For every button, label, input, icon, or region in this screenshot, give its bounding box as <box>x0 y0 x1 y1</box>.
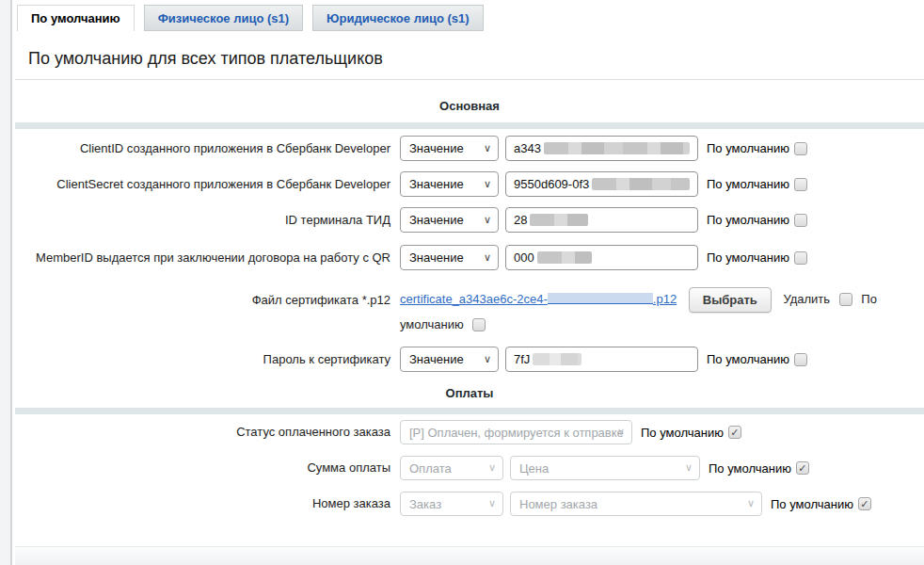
client-secret-type-select[interactable]: Значение ∨ <box>400 171 499 197</box>
client-id-input[interactable]: a343 <box>505 136 698 161</box>
default-label: По умолчанию <box>709 461 791 476</box>
certificate-file-link[interactable]: certificate_a343ae6c-2ce4-.p12 <box>400 292 677 306</box>
certificate-controls: certificate_a343ae6c-2ce4-.p12 Выбрать У… <box>400 287 898 336</box>
chevron-down-icon: ∨ <box>484 213 491 225</box>
row-client-secret: ClientSecret созданного приложения в Сбе… <box>15 171 924 197</box>
divider <box>15 79 924 80</box>
input-value: 28 <box>514 213 527 227</box>
chevron-down-icon: ∨ <box>685 461 693 474</box>
certificate-default-checkbox[interactable] <box>472 318 486 331</box>
tab-legal-entity[interactable]: Юридическое лицо (s1) <box>312 5 483 31</box>
member-id-type-select[interactable]: Значение ∨ <box>400 245 499 270</box>
tab-individual[interactable]: Физическое лицо (s1) <box>144 5 303 31</box>
chevron-down-icon: ∨ <box>484 141 491 153</box>
settings-page: По умолчанию Физическое лицо (s1) Юридич… <box>15 0 924 565</box>
client-secret-label: ClientSecret созданного приложения в Сбе… <box>15 176 390 193</box>
cert-password-label: Пароль к сертификату <box>15 351 390 368</box>
link-text: certificate_a343ae6c-2ce4- <box>400 292 548 306</box>
select-value: Значение <box>409 250 464 265</box>
row-payment-sum: Сумма оплаты Оплата ∨ Цена ∨ По умолчани… <box>15 456 924 480</box>
chevron-down-icon: ∨ <box>488 497 496 509</box>
left-rail <box>0 0 12 565</box>
page-title: По умолчанию для всех типов плательщиков <box>28 49 924 69</box>
certificate-label: Файл сертификата *.p12 <box>15 287 390 309</box>
select-value: Номер заказа <box>519 497 597 511</box>
row-paid-status: Статус оплаченного заказа [P] Оплачен, ф… <box>15 420 924 444</box>
order-number-select-2[interactable]: Номер заказа ∨ <box>510 492 762 516</box>
select-value: Заказ <box>409 497 441 511</box>
row-cert-password: Пароль к сертификату Значение ∨ 7fJ По у… <box>15 347 924 372</box>
terminal-id-input[interactable]: 28 <box>505 207 698 233</box>
input-value: 9550d609-0f3 <box>514 177 589 191</box>
input-value: a343 <box>514 141 541 155</box>
terminal-id-type-select[interactable]: Значение ∨ <box>400 207 499 233</box>
select-value: Цена <box>519 461 549 476</box>
section-band <box>15 408 924 414</box>
main-settings-form: ClientID созданного приложения в Сбербан… <box>15 136 924 372</box>
payments-form: Статус оплаченного заказа [P] Оплачен, ф… <box>15 420 924 516</box>
client-id-type-select[interactable]: Значение ∨ <box>400 136 499 161</box>
redacted-value <box>533 353 581 365</box>
payment-sum-default-checkbox[interactable]: ✓ <box>796 461 809 475</box>
section-title-main: Основная <box>15 99 924 113</box>
certificate-delete-checkbox[interactable] <box>839 293 852 306</box>
paid-status-label: Статус оплаченного заказа <box>15 424 390 441</box>
payment-sum-select-2[interactable]: Цена ∨ <box>510 456 700 480</box>
client-secret-default-checkbox[interactable] <box>794 178 807 191</box>
select-value: Оплата <box>409 461 452 476</box>
default-label-part2: умолчанию <box>400 317 464 331</box>
cert-password-input[interactable]: 7fJ <box>505 347 698 372</box>
row-certificate: Файл сертификата *.p12 certificate_a343a… <box>15 287 924 336</box>
tab-default[interactable]: По умолчанию <box>17 5 135 31</box>
default-label: По умолчанию <box>707 352 789 366</box>
select-value: Значение <box>409 177 464 191</box>
client-secret-input[interactable]: 9550d609-0f3 <box>505 171 698 197</box>
client-id-label: ClientID созданного приложения в Сбербан… <box>15 140 390 157</box>
member-id-label: MemberID выдается при заключении договор… <box>15 250 390 266</box>
payment-sum-label: Сумма оплаты <box>15 460 390 476</box>
default-label: По умолчанию <box>707 213 789 227</box>
terminal-id-default-checkbox[interactable] <box>794 214 807 227</box>
paid-status-select[interactable]: [P] Оплачен, формируется к отправке ∨ <box>400 420 632 444</box>
tab-bar: По умолчанию Физическое лицо (s1) Юридич… <box>15 0 924 31</box>
order-number-label: Номер заказа <box>15 495 390 512</box>
chevron-down-icon: ∨ <box>484 353 491 365</box>
select-value: Значение <box>409 352 464 366</box>
row-terminal-id: ID терминала ТИД Значение ∨ 28 По умолча… <box>15 207 924 233</box>
footer-band <box>15 546 924 565</box>
cert-password-default-checkbox[interactable] <box>794 353 807 366</box>
row-member-id: MemberID выдается при заключении договор… <box>15 245 924 270</box>
choose-file-button[interactable]: Выбрать <box>689 287 772 313</box>
order-number-default-checkbox[interactable]: ✓ <box>858 497 871 510</box>
select-value: Значение <box>409 213 464 227</box>
select-value: [P] Оплачен, формируется к отправке <box>409 426 624 440</box>
order-number-select-1[interactable]: Заказ ∨ <box>400 492 503 516</box>
default-label: По умолчанию <box>771 497 853 511</box>
default-label: По умолчанию <box>641 426 724 440</box>
default-label: По умолчанию <box>707 141 789 155</box>
chevron-down-icon: ∨ <box>484 177 491 189</box>
member-id-input[interactable]: 000 <box>505 245 698 270</box>
redacted-value <box>530 214 588 226</box>
default-label: По умолчанию <box>707 250 789 265</box>
terminal-id-label: ID терминала ТИД <box>15 212 390 229</box>
payment-sum-select-1[interactable]: Оплата ∨ <box>400 456 503 480</box>
chevron-down-icon: ∨ <box>747 497 755 509</box>
section-title-payments: Оплаты <box>15 386 924 400</box>
delete-label: Удалить <box>783 292 830 306</box>
default-label: По умолчанию <box>707 177 789 191</box>
row-client-id: ClientID созданного приложения в Сбербан… <box>15 136 924 161</box>
row-order-number: Номер заказа Заказ ∨ Номер заказа ∨ По у… <box>15 492 924 516</box>
redacted-value <box>592 178 690 190</box>
chevron-down-icon: ∨ <box>617 426 625 438</box>
default-label-part1: По <box>861 292 877 306</box>
cert-password-type-select[interactable]: Значение ∨ <box>400 347 499 372</box>
paid-status-default-checkbox[interactable]: ✓ <box>728 426 741 439</box>
section-band <box>15 122 924 129</box>
client-id-default-checkbox[interactable] <box>794 142 807 155</box>
link-text: .p12 <box>653 292 677 306</box>
member-id-default-checkbox[interactable] <box>794 251 807 265</box>
input-value: 7fJ <box>514 352 530 366</box>
redacted-link-part <box>548 293 653 304</box>
select-value: Значение <box>409 141 464 155</box>
